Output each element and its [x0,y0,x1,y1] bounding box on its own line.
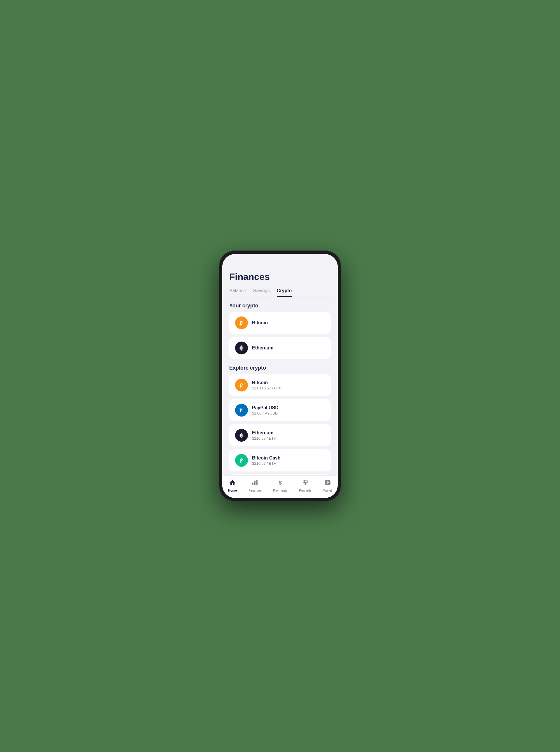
nav-home-label: Home [228,489,237,492]
bitcoin-name: Bitcoin [252,320,268,326]
header-section: Finances Balance Savings Crypto [222,267,338,297]
explore-bitcoin-icon: ₿ [235,379,248,391]
tab-balance[interactable]: Balance [229,288,246,297]
svg-text:𝐏: 𝐏 [239,408,243,413]
tab-crypto[interactable]: Crypto [277,288,292,297]
nav-payments[interactable]: $ Payments [269,478,291,493]
bar-chart-icon [252,479,258,488]
home-icon [229,479,236,488]
explore-ethereum-card[interactable]: Ethereum $210.57 / ETH [229,424,331,446]
tab-savings[interactable]: Savings [253,288,270,297]
svg-text:₿: ₿ [239,320,243,326]
ethereum-icon [235,342,248,354]
nav-finances[interactable]: Finances [245,478,265,493]
your-crypto-list: ₿ Bitcoin [229,312,331,359]
trophy-icon [302,479,309,488]
ethereum-name: Ethereum [252,345,274,351]
tabs-row: Balance Savings Crypto [229,288,331,297]
wallet-icon [324,479,331,488]
phone-frame: Finances Balance Savings Crypto Your cry… [219,250,341,502]
svg-rect-14 [254,481,256,485]
explore-bitcoin-cash-icon: ₿ [235,454,248,467]
explore-bitcoin-cash-name: Bitcoin Cash [252,456,281,461]
svg-rect-13 [252,483,254,485]
page-title: Finances [229,271,331,282]
your-crypto-title: Your crypto [229,303,331,309]
explore-paypal-card[interactable]: 𝐏 PayPal USD $1.00 / PYUSD [229,399,331,421]
explore-ethereum-name: Ethereum [252,430,277,436]
explore-ethereum-icon [235,429,248,442]
bitcoin-icon: ₿ [235,316,248,329]
explore-bitcoin-price: $21,110.57 / BTC [252,386,282,390]
svg-text:$: $ [279,480,282,486]
explore-bitcoin-cash-price: $210.57 / BTH [252,461,281,466]
explore-paypal-price: $1.00 / PYUSD [252,411,279,416]
ethereum-info: Ethereum [252,345,274,351]
main-content: Your crypto ₿ Bitcoin [222,297,338,475]
explore-bitcoin-cash-info: Bitcoin Cash $210.57 / BTH [252,456,281,466]
nav-payments-label: Payments [273,489,287,492]
bottom-nav: Home Finances $ Payments [222,475,338,498]
nav-home[interactable]: Home [225,478,241,493]
phone-screen: Finances Balance Savings Crypto Your cry… [222,254,338,498]
explore-ethereum-price: $210.57 / ETH [252,436,277,441]
your-ethereum-card[interactable]: Ethereum [229,337,331,359]
nav-wallet-label: Wallet [323,489,332,492]
nav-rewards[interactable]: Rewards [296,478,315,493]
your-crypto-section: Your crypto ₿ Bitcoin [229,303,331,359]
svg-rect-15 [256,480,258,485]
svg-text:₿: ₿ [239,382,243,388]
nav-rewards-label: Rewards [299,489,312,492]
dollar-icon: $ [277,479,284,488]
screen-content: Finances Balance Savings Crypto Your cry… [222,267,338,475]
nav-wallet[interactable]: Wallet [320,478,335,493]
explore-paypal-info: PayPal USD $1.00 / PYUSD [252,405,279,416]
explore-bitcoin-cash-card[interactable]: ₿ Bitcoin Cash $210.57 / BTH [229,449,331,471]
explore-crypto-list: ₿ Bitcoin $21,110.57 / BTC [229,374,331,475]
your-bitcoin-card[interactable]: ₿ Bitcoin [229,312,331,334]
explore-bitcoin-card[interactable]: ₿ Bitcoin $21,110.57 / BTC [229,374,331,396]
explore-bitcoin-name: Bitcoin [252,380,282,385]
nav-finances-label: Finances [248,489,262,492]
status-bar [222,254,338,267]
bitcoin-info: Bitcoin [252,320,268,326]
explore-paypal-name: PayPal USD [252,405,279,410]
explore-crypto-section: Explore crypto ₿ Bitcoin $21,110. [229,365,331,475]
svg-text:₿: ₿ [239,458,243,464]
explore-paypal-icon: 𝐏 [235,404,248,417]
explore-bitcoin-info: Bitcoin $21,110.57 / BTC [252,380,282,390]
explore-ethereum-info: Ethereum $210.57 / ETH [252,430,277,441]
explore-crypto-title: Explore crypto [229,365,331,371]
